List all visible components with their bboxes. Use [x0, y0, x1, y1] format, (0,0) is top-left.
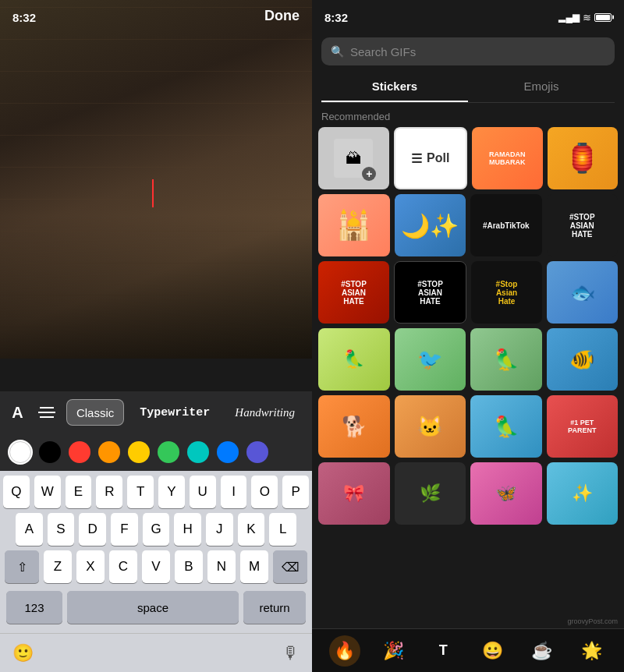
key-numbers[interactable]: 123: [6, 591, 62, 624]
sticker-bottom-2[interactable]: 🌿: [395, 462, 466, 525]
sticker-cat[interactable]: 🐱: [395, 395, 466, 458]
search-icon: 🔍: [331, 45, 344, 58]
stopasian-text-3: #STOPASIANHATE: [414, 277, 446, 309]
stickers-row-3: #STOPASIANHATE #STOPASIANHATE #StopAsian…: [318, 261, 618, 324]
key-l[interactable]: L: [269, 513, 296, 546]
keyboard-row-3: ⇧ Z X C V B N M ⌫: [3, 550, 309, 583]
emoji-tab-fire[interactable]: 🔥: [329, 635, 360, 667]
key-v[interactable]: V: [142, 550, 170, 583]
sticker-parrot-2[interactable]: 🦜: [470, 395, 542, 458]
text-align-icon[interactable]: A: [8, 399, 27, 426]
tab-stickers[interactable]: Stickers: [321, 72, 468, 102]
lantern-emoji: 🏮: [565, 142, 600, 175]
bottom-emoji-bar: 🔥 🎉 T 😀 ☕ 🌟: [312, 628, 624, 672]
color-orange[interactable]: [98, 441, 120, 463]
sticker-mosque[interactable]: 🕌: [318, 194, 390, 256]
sticker-stopasian-1[interactable]: #STOPASIANHATE: [547, 194, 619, 256]
key-e[interactable]: E: [66, 476, 92, 508]
key-b[interactable]: B: [175, 550, 203, 583]
sticker-fishpoison-2[interactable]: 🐠: [547, 328, 619, 391]
emoji-tab-star[interactable]: 🌟: [576, 635, 607, 667]
parrot-emoji-green: 🦜: [494, 348, 519, 372]
sticker-stopasian-4[interactable]: #StopAsianHate: [471, 261, 542, 324]
key-k[interactable]: K: [238, 513, 265, 546]
sticker-pet2[interactable]: #1 PETPARENT: [547, 395, 619, 458]
key-q[interactable]: Q: [3, 476, 30, 508]
sticker-moon[interactable]: 🌙✨: [395, 194, 466, 256]
key-m[interactable]: M: [240, 550, 268, 583]
color-red[interactable]: [69, 441, 90, 463]
sticker-pet1[interactable]: 🐕: [318, 395, 390, 458]
keyboard-row-2: A S D F G H J K L: [3, 513, 309, 546]
tab-emojis[interactable]: Emojis: [468, 72, 615, 102]
microphone-icon[interactable]: 🎙: [282, 643, 300, 663]
color-teal[interactable]: [187, 441, 209, 463]
color-purple[interactable]: [246, 441, 268, 463]
key-o[interactable]: O: [251, 476, 278, 508]
classic-style-button[interactable]: Classic: [66, 399, 124, 426]
sticker-bottom-1[interactable]: 🎀: [318, 462, 390, 525]
bottom-emoji-4: ✨: [572, 483, 593, 504]
camera-bg-detail: [0, 0, 312, 359]
key-h[interactable]: H: [174, 513, 201, 546]
emoji-tab-t[interactable]: T: [427, 635, 459, 667]
key-y[interactable]: Y: [158, 476, 185, 508]
key-u[interactable]: U: [190, 476, 216, 508]
color-bar: [0, 433, 312, 471]
key-n[interactable]: N: [207, 550, 236, 583]
key-g[interactable]: G: [143, 513, 170, 546]
done-button[interactable]: Done: [264, 8, 300, 24]
handwriting-style-button[interactable]: Handwriting: [225, 399, 304, 426]
sticker-add-image[interactable]: +: [318, 127, 389, 189]
sticker-bottom-4[interactable]: ✨: [547, 462, 619, 525]
sticker-stopasian-3[interactable]: #STOPASIANHATE: [394, 261, 466, 324]
sticker-ramadan[interactable]: RAMADANMUBARAK: [472, 127, 543, 189]
emoji-tab-party[interactable]: 🎉: [378, 635, 410, 667]
color-white[interactable]: [9, 441, 31, 463]
status-time-right: 8:32: [324, 11, 348, 24]
key-p[interactable]: P: [282, 476, 309, 508]
stopasian-text-4: #StopAsianHate: [493, 277, 521, 309]
key-s[interactable]: S: [48, 513, 75, 546]
typewriter-style-button[interactable]: Typewriter: [130, 399, 219, 426]
key-z[interactable]: Z: [44, 550, 72, 583]
key-j[interactable]: J: [206, 513, 233, 546]
color-green[interactable]: [158, 441, 179, 463]
sticker-arabtiktok[interactable]: #ArabTikTok: [470, 194, 542, 256]
emoji-mic-bar: 🙂 🎙: [0, 633, 312, 672]
emoji-tab-coffee[interactable]: ☕: [526, 635, 558, 667]
sticker-parrot-1[interactable]: 🐦: [395, 328, 466, 391]
bottom-controls: A Classic Typewriter Handwriting Q W: [0, 391, 312, 672]
sticker-stopasian-2[interactable]: #STOPASIANHATE: [318, 261, 389, 324]
key-t[interactable]: T: [127, 476, 154, 508]
sticker-fishpoison-1[interactable]: 🐟: [547, 261, 618, 324]
key-return[interactable]: return: [243, 591, 306, 624]
key-w[interactable]: W: [34, 476, 61, 508]
stopasian-text-2: #STOPASIANHATE: [338, 277, 370, 309]
key-delete[interactable]: ⌫: [273, 550, 307, 583]
keyboard-row-1: Q W E R T Y U I O P: [3, 476, 309, 508]
search-bar[interactable]: 🔍 Search GIFs: [321, 37, 615, 65]
color-black[interactable]: [39, 441, 61, 463]
emoji-tab-smile[interactable]: 😀: [477, 635, 509, 667]
key-c[interactable]: C: [109, 550, 137, 583]
sticker-birdtext[interactable]: 🦜: [318, 328, 390, 391]
sticker-lantern[interactable]: 🏮: [548, 127, 619, 189]
keyboard-bottom-row: 123 space return: [3, 588, 309, 630]
key-d[interactable]: D: [79, 513, 106, 546]
key-x[interactable]: X: [76, 550, 105, 583]
color-blue[interactable]: [217, 441, 239, 463]
key-r[interactable]: R: [96, 476, 122, 508]
status-icons-right: ▂▄▆ ≋: [558, 12, 612, 23]
sticker-bottom-3[interactable]: 🦋: [470, 462, 542, 525]
sticker-parrot-green[interactable]: 🦜: [470, 328, 542, 391]
sticker-poll[interactable]: ☰ Poll: [394, 127, 468, 189]
key-shift[interactable]: ⇧: [5, 550, 39, 583]
color-yellow[interactable]: [128, 441, 150, 463]
key-space[interactable]: space: [67, 591, 239, 624]
key-a[interactable]: A: [16, 513, 43, 546]
emoji-icon[interactable]: 🙂: [12, 643, 34, 663]
key-i[interactable]: I: [221, 476, 247, 508]
key-f[interactable]: F: [111, 513, 138, 546]
alignment-icon[interactable]: [34, 399, 60, 426]
